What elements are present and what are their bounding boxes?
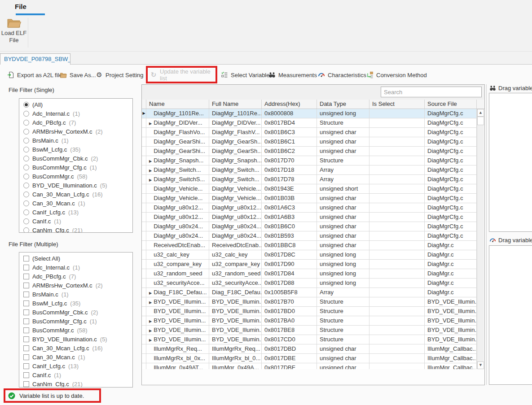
cell-isselect[interactable] [369, 288, 425, 297]
drag-variable-measurements-dropzone[interactable] [489, 93, 532, 232]
cell-name[interactable]: ▶IllumMgrRx_bl_0x... [146, 354, 209, 363]
cell-name[interactable]: ▶DiagMgr_u80x12... [146, 203, 209, 213]
filter-multiple-option[interactable]: BYD_VDE_Illumination.c (5) [19, 335, 132, 344]
cell-sourcefile[interactable]: DiagMgrCfg.c [425, 194, 477, 203]
filter-multiple-option[interactable]: BusCommMgr_Cbk.c (2) [19, 308, 132, 317]
measurements-button[interactable]: Measurements [268, 70, 317, 80]
cell-fullname[interactable]: DiagMgr_Snapsh... [209, 156, 262, 165]
cell-name[interactable]: ▶BYD_VDE_Illumin... [146, 297, 209, 307]
cell-fullname[interactable]: BYD_VDE_Illumin... [209, 297, 262, 307]
cell-isselect[interactable] [369, 326, 425, 335]
cell-fullname[interactable]: u32_random_seed [209, 269, 262, 279]
cell-address[interactable]: 0x801B6C1 [262, 137, 317, 147]
cell-datatype[interactable]: Array [317, 165, 369, 175]
radio-icon[interactable] [23, 111, 29, 117]
cell-sourcefile[interactable]: BYD_VDE_Illumin... [425, 316, 477, 326]
filter-multiple-option[interactable]: (Select All) [19, 254, 132, 263]
file-filter-single-list[interactable]: (All) Adc_Internal.c (1) Adc_PBcfg.c (7)… [19, 98, 133, 233]
cell-datatype[interactable]: unsigned long [317, 250, 369, 260]
filter-single-option[interactable]: Adc_Internal.c (1) [19, 109, 132, 118]
cell-isselect[interactable] [369, 307, 425, 316]
filter-multiple-option[interactable]: Can_30_Mcan_Lcfg.c (16) [19, 344, 132, 353]
filter-single-option[interactable]: Can_30_Mcan_Lcfg.c (16) [19, 190, 132, 199]
table-row[interactable]: ▶ ▶IllumMgrRx_bl_0x... IllumMgrRx_bl_0..… [142, 354, 477, 363]
table-row[interactable]: ▶ ▶BYD_VDE_Illumin... BYD_VDE_Illumin...… [142, 326, 477, 335]
row-header-cell[interactable]: ▶ [142, 250, 146, 260]
grid-vertical-scrollbar[interactable]: ▲ ▼ [477, 109, 484, 369]
table-row[interactable]: ▶ ▶DiagMgr_u80x24... DiagMgr_u80x24... 0… [142, 231, 477, 241]
cell-fullname[interactable]: DiagMgr_Switch... [209, 175, 262, 184]
cell-sourcefile[interactable]: DiagMgr.c [425, 250, 477, 260]
filter-single-option[interactable]: BrsMain.c (1) [19, 136, 132, 145]
cell-name[interactable]: ▶u32_securityAcce... [146, 279, 209, 288]
cell-fullname[interactable]: DiagMgr_u80x12... [209, 213, 262, 222]
cell-isselect[interactable] [369, 118, 425, 128]
scrollbar-down-arrow-icon[interactable]: ▼ [477, 361, 484, 369]
cell-isselect[interactable] [369, 222, 425, 231]
row-header-cell[interactable]: ▶ [142, 147, 146, 156]
cell-isselect[interactable] [369, 316, 425, 326]
radio-icon[interactable] [23, 227, 29, 233]
filter-single-option[interactable]: CanIf_Lcfg.c (13) [19, 208, 132, 217]
cell-fullname[interactable]: u32_calc_key [209, 250, 262, 260]
cell-sourcefile[interactable]: DiagMgrCfg.c [425, 213, 477, 222]
cell-name[interactable]: ▶IllumMgr_0x49AT... [146, 363, 209, 369]
expand-arrow-icon[interactable]: ▶ [149, 338, 152, 342]
filter-single-option[interactable]: BusCommMgr_Cbk.c (2) [19, 154, 132, 163]
checkbox-icon[interactable] [23, 292, 29, 297]
cell-name[interactable]: ▶DiagMgr_SwitchS... [146, 175, 209, 184]
save-as-button[interactable]: Save As... [60, 70, 96, 80]
cell-sourcefile[interactable]: DiagMgr.c [425, 269, 477, 279]
cell-isselect[interactable] [369, 213, 425, 222]
row-header-cell[interactable]: ▶ [142, 175, 146, 184]
table-row[interactable]: ▶ ▶u32_random_seed u32_random_seed 0x801… [142, 269, 477, 279]
cell-sourcefile[interactable]: DiagMgrCfg.c [425, 175, 477, 184]
cell-datatype[interactable]: Structure [317, 118, 369, 128]
table-row[interactable]: ▶ ▶DiagMgr_u80x12... DiagMgr_u80x12... 0… [142, 203, 477, 213]
characteristics-button[interactable]: Characteristics [318, 70, 366, 80]
filter-multiple-option[interactable]: CanNm_Cfg.c (21) [19, 379, 132, 388]
project-setting-button[interactable]: ⚙ Project Setting [96, 70, 144, 80]
cell-address[interactable]: 0x8017D88 [262, 279, 317, 288]
cell-fullname[interactable]: DiagMgr_Vehicle... [209, 184, 262, 194]
cell-name[interactable]: ▶DiagMgr_Snapsh... [146, 156, 209, 165]
cell-isselect[interactable] [369, 128, 425, 137]
row-header-cell[interactable]: ▶ [142, 118, 146, 128]
cell-datatype[interactable]: Structure [317, 316, 369, 326]
expand-arrow-icon[interactable]: ▶ [149, 122, 152, 126]
cell-fullname[interactable]: DiagMgr_u80x24... [209, 231, 262, 241]
cell-isselect[interactable] [369, 175, 425, 184]
cell-name[interactable]: ▶u32_random_seed [146, 269, 209, 279]
cell-address[interactable]: 0x8017DBE [262, 354, 317, 363]
cell-datatype[interactable]: unsigned long [317, 109, 369, 118]
cell-name[interactable]: ▶DiagMgr_u80x24... [146, 222, 209, 231]
cell-sourcefile[interactable]: DiagMgrCfg.c [425, 128, 477, 137]
filter-multiple-option[interactable]: CanIf_Lcfg.c (13) [19, 361, 132, 370]
cell-address[interactable]: 0x8017B70 [262, 297, 317, 307]
cell-sourcefile[interactable]: DiagMgrCfg.c [425, 165, 477, 175]
table-row[interactable]: ▶ ▶u32_calc_key u32_calc_key 0x8017D8C u… [142, 250, 477, 260]
cell-address[interactable]: 0x8017BE8 [262, 326, 317, 335]
cell-fullname[interactable]: DiagMgr_Vehicle... [209, 194, 262, 203]
checkbox-icon[interactable] [23, 372, 29, 378]
cell-datatype[interactable]: unsigned char [317, 128, 369, 137]
grid-header-isselect[interactable]: Is Select [369, 100, 425, 109]
cell-isselect[interactable] [369, 165, 425, 175]
cell-name[interactable]: ▶BYD_VDE_Illumin... [146, 307, 209, 316]
cell-name[interactable]: ▶DiagMgr_Switch... [146, 165, 209, 175]
checkbox-icon[interactable] [23, 345, 29, 351]
row-header-cell[interactable]: ▶ [142, 326, 146, 335]
filter-multiple-option[interactable]: ARMBrsHw_CortexM.c (2) [19, 281, 132, 290]
cell-datatype[interactable]: unsigned long [317, 269, 369, 279]
cell-datatype[interactable]: unsigned short [317, 184, 369, 194]
cell-datatype[interactable]: Structure [317, 307, 369, 316]
drag-variable-characteristics-dropzone[interactable] [489, 245, 532, 385]
cell-datatype[interactable]: unsigned char [317, 354, 369, 363]
cell-isselect[interactable] [369, 147, 425, 156]
table-row[interactable]: ▶ ▶Diag_F18C_Defau... Diag_F18C_Defau...… [142, 288, 477, 297]
cell-isselect[interactable] [369, 260, 425, 269]
grid-header-datatype[interactable]: Data Type [317, 100, 369, 109]
cell-datatype[interactable]: Array [317, 288, 369, 297]
cell-isselect[interactable] [369, 269, 425, 279]
export-a2l-button[interactable]: Export as A2L file [7, 70, 62, 80]
